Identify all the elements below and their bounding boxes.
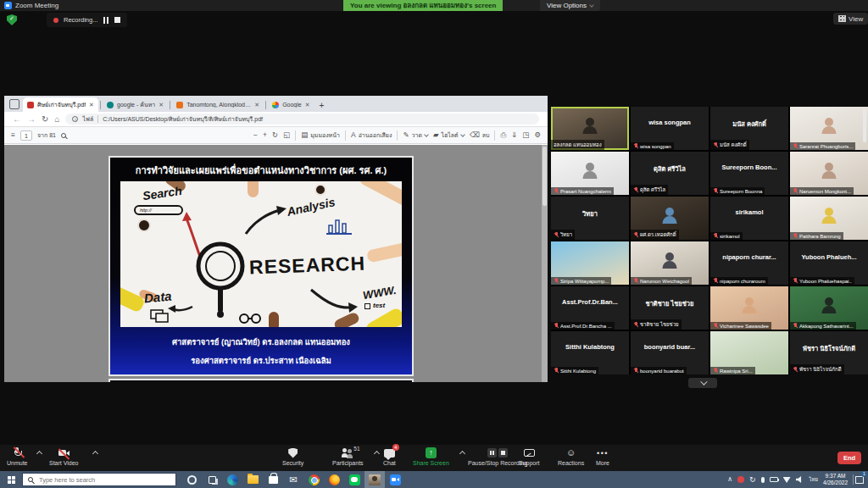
pause-recording-icon[interactable] bbox=[487, 448, 497, 458]
hidden-icons-chevron[interactable]: ∧ bbox=[727, 476, 732, 483]
end-meeting-button[interactable]: End bbox=[837, 452, 861, 464]
chrome-taskbar-icon[interactable] bbox=[303, 471, 324, 488]
participant-tile[interactable]: sirikamolsirikamol bbox=[710, 197, 788, 240]
meeting-info-shield-icon[interactable] bbox=[7, 14, 17, 25]
battery-icon[interactable] bbox=[770, 477, 778, 482]
pdf-scrollbar[interactable] bbox=[542, 145, 548, 382]
participant-tile[interactable]: มนัส คงศักดิ์มนัส คงศักดิ์ bbox=[710, 107, 788, 150]
refresh-icon[interactable]: ↻ bbox=[42, 115, 48, 124]
participants-caret[interactable] bbox=[374, 451, 380, 457]
participant-tile[interactable]: พัชรา นิธิโรจน์ภักดีพัชรา นิธิโรจน์ภักดี bbox=[790, 331, 868, 374]
gallery-scrollbar[interactable] bbox=[863, 108, 866, 142]
settings-gear-icon[interactable]: ⚙ bbox=[534, 131, 541, 139]
browser-tab[interactable]: google - ค้นหา✕ bbox=[103, 97, 168, 112]
highlight-button[interactable]: ▰ไฮไลต์ bbox=[433, 130, 465, 140]
recording-tray-icon[interactable] bbox=[737, 476, 744, 483]
participant-tile[interactable]: Sitthi KulabtongSitthi Kulabtong bbox=[551, 331, 629, 374]
page-number-input[interactable]: 1 bbox=[20, 130, 32, 141]
page-info-icon[interactable]: i bbox=[72, 116, 78, 122]
language-indicator[interactable]: ไทย bbox=[810, 477, 819, 482]
edge-taskbar-icon[interactable] bbox=[222, 471, 242, 488]
url-field[interactable]: i ไฟล์ C:/Users/ASUS/Desktop/ศิษย์เก่าจั… bbox=[65, 114, 539, 125]
audio-options-caret[interactable] bbox=[36, 451, 42, 457]
participant-tile[interactable]: Sureeporn Boon...Sureeporn Boonna bbox=[710, 152, 788, 195]
participant-tile[interactable]: ชาติชาย ไชยช่วยชาติชาย ไชยช่วย bbox=[631, 286, 709, 330]
taskbar-search[interactable] bbox=[22, 473, 176, 486]
participant-tile[interactable]: Asst.Prof.Dr.Ban...Asst.Prof.Dr.Bancha .… bbox=[551, 286, 629, 330]
tab-close-icon[interactable]: ✕ bbox=[305, 102, 310, 108]
support-button[interactable]: Support bbox=[519, 447, 540, 466]
action-center-button[interactable]: 1 bbox=[853, 474, 865, 485]
participant-tile[interactable]: วิทยาวิทยา bbox=[551, 197, 629, 240]
participant-tile[interactable]: ผศ.ดร.เทอดศักดิ์ bbox=[631, 197, 709, 240]
search-input[interactable] bbox=[37, 475, 156, 485]
zoom-in-icon[interactable]: + bbox=[263, 131, 267, 139]
read-aloud-button[interactable]: Aอ่านออกเสียง bbox=[351, 130, 392, 140]
chat-button[interactable]: 4 Chat bbox=[383, 447, 396, 466]
tab-close-icon[interactable]: ✕ bbox=[89, 102, 94, 108]
browser-tab[interactable]: Tanomtong, Alongklod - Autho✕ bbox=[172, 97, 264, 112]
wifi-icon[interactable] bbox=[783, 476, 791, 483]
browser-tab[interactable]: ศิษย์เก่าจันทบุรี.pdf✕ bbox=[23, 97, 98, 112]
forward-icon[interactable]: → bbox=[27, 115, 36, 124]
fit-page-icon[interactable]: ◱ bbox=[283, 131, 290, 139]
participant-tile[interactable]: Rawinipa Sri... bbox=[710, 331, 788, 374]
participant-tile[interactable]: ดุสิต ศรีวิไลดุสิต ศรีวิไล bbox=[631, 152, 709, 195]
toc-icon[interactable]: ≡ bbox=[11, 131, 15, 139]
participants-button[interactable]: 51 Participants bbox=[332, 447, 364, 466]
tab-actions-icon[interactable] bbox=[9, 99, 19, 109]
share-options-caret[interactable] bbox=[459, 451, 465, 457]
zoom-taskbar-icon[interactable] bbox=[385, 471, 405, 488]
search-icon[interactable] bbox=[61, 133, 66, 138]
participant-tile[interactable]: boonyarid buar...boonyarid buarabut bbox=[631, 331, 709, 374]
start-button[interactable] bbox=[0, 471, 22, 488]
stop-recording-button[interactable] bbox=[114, 17, 120, 23]
pause-recording-button[interactable] bbox=[103, 17, 109, 24]
participant-tile[interactable]: Naruemon Mongkont... bbox=[790, 152, 868, 195]
mail-taskbar-icon[interactable]: ✉ bbox=[283, 471, 303, 488]
taskview-taskbar-icon[interactable] bbox=[202, 471, 222, 488]
participant-tile[interactable]: Prasart Nuangchalerm bbox=[551, 152, 629, 195]
erase-button[interactable]: ⌫ลบ bbox=[470, 130, 490, 140]
back-icon[interactable]: ← bbox=[13, 115, 21, 124]
gallery-view-button[interactable]: View bbox=[833, 13, 868, 25]
participant-tile[interactable]: Saranrat Phuangboris... bbox=[790, 107, 868, 150]
participant-tile[interactable]: Yuboon Phalueh...Yuboon Phaluehaspai.. bbox=[790, 241, 868, 285]
gallery-more-button[interactable] bbox=[688, 378, 717, 388]
more-button[interactable]: ••• More bbox=[596, 447, 609, 466]
line-taskbar-icon[interactable] bbox=[344, 471, 364, 488]
draw-button[interactable]: ✎วาด bbox=[403, 130, 428, 140]
home-icon[interactable]: ⌂ bbox=[54, 115, 59, 124]
taskbar-clock[interactable]: 9:37 AM 4/26/2022 bbox=[823, 473, 848, 486]
microphone-tray-icon[interactable] bbox=[761, 477, 765, 483]
page-view-button[interactable]: ▤มุมมองหน้า bbox=[301, 130, 340, 140]
participant-tile[interactable]: Patthara Bamrung bbox=[790, 197, 868, 240]
participant-tile[interactable]: Siripa Wittayapornp... bbox=[551, 241, 629, 285]
tab-close-icon[interactable]: ✕ bbox=[254, 102, 259, 108]
start-video-button[interactable]: Start Video bbox=[49, 447, 79, 466]
zoomstatus-taskbar-icon[interactable] bbox=[364, 471, 385, 488]
browser-tab[interactable]: Google✕ bbox=[268, 97, 314, 112]
security-button[interactable]: Security bbox=[282, 447, 303, 466]
participant-tile[interactable]: Narumon Wetchagool bbox=[631, 241, 709, 285]
tab-close-icon[interactable]: ✕ bbox=[159, 102, 164, 108]
video-options-caret[interactable] bbox=[92, 451, 98, 457]
zoom-out-icon[interactable]: − bbox=[253, 131, 258, 139]
volume-icon[interactable] bbox=[796, 476, 804, 483]
stop-recording-icon[interactable] bbox=[498, 448, 508, 458]
firefox-taskbar-icon[interactable] bbox=[324, 471, 344, 488]
rotate-icon[interactable]: ↻ bbox=[272, 131, 278, 139]
sync-tray-icon[interactable]: ↻ bbox=[749, 476, 756, 484]
pdf-view-area[interactable]: การทำวิจัยและเผยแพร่เพื่อขอตำแหน่งทางวิช… bbox=[4, 145, 548, 382]
store-taskbar-icon[interactable] bbox=[263, 471, 283, 488]
save-icon[interactable]: ⇓ bbox=[511, 131, 517, 139]
cortana-taskbar-icon[interactable] bbox=[181, 471, 202, 488]
reactions-button[interactable]: ☺ Reactions bbox=[558, 447, 584, 466]
unmute-button[interactable]: Unmute bbox=[7, 447, 28, 466]
participant-tile[interactable]: Vicharinee Sawasdee bbox=[710, 286, 788, 330]
participant-tile[interactable]: nipaporn churar...nipaporn churaroum bbox=[710, 241, 788, 285]
share-screen-button[interactable]: ↑ Share Screen bbox=[413, 447, 449, 466]
participant-tile[interactable]: อลงกลด แทนออมทอง bbox=[551, 107, 629, 150]
view-options-button[interactable]: View Options bbox=[540, 0, 600, 11]
participant-tile[interactable]: Akkapong Sathavarint... bbox=[790, 286, 868, 330]
